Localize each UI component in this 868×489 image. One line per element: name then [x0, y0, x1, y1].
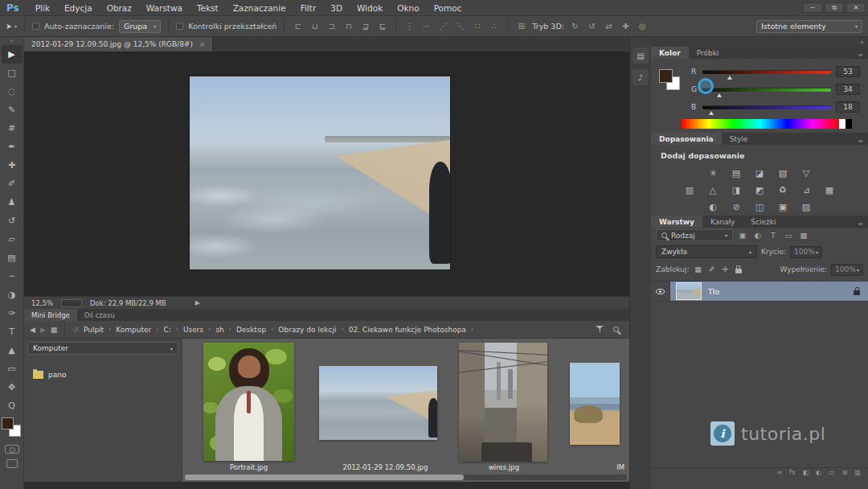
align-top-icon[interactable]: ⊓ — [342, 22, 354, 31]
healing-brush-tool-icon[interactable]: ✚ — [2, 156, 23, 175]
refresh-icon[interactable]: ↺ — [72, 326, 79, 334]
lock-all-icon[interactable] — [735, 269, 742, 273]
fill-field[interactable]: 100% ▾ — [831, 264, 863, 276]
horizontal-scrollbar[interactable] — [185, 475, 627, 480]
path-selection-tool-icon[interactable]: ▲ — [2, 341, 23, 360]
levels-icon[interactable]: ▤ — [728, 167, 744, 179]
menu-3d[interactable]: 3D — [323, 0, 350, 16]
filter-pixel-layers-icon[interactable]: ▣ — [737, 231, 748, 240]
zoom-level-field[interactable]: 12,5% — [31, 299, 53, 307]
pattern-fill-icon[interactable]: ▨ — [798, 201, 814, 213]
menu-zaznaczanie[interactable]: Zaznaczanie — [226, 0, 293, 16]
layer-selected-area[interactable]: Tło — [670, 281, 868, 301]
layer-style-icon[interactable]: fx — [789, 469, 796, 476]
type-tool-icon[interactable]: T — [2, 323, 23, 341]
opacity-field[interactable]: 100% ▾ — [790, 246, 822, 258]
slide-3d-icon[interactable]: ✚ — [620, 22, 632, 31]
filter-adjustment-layers-icon[interactable]: ◐ — [752, 231, 764, 240]
red-slider[interactable] — [702, 70, 831, 74]
white-swatch[interactable] — [839, 119, 845, 129]
quick-mask-button[interactable] — [5, 445, 19, 454]
menu-pomoc[interactable]: Pomoc — [427, 0, 469, 16]
green-slider-thumb[interactable] — [717, 93, 722, 97]
menu-okno[interactable]: Okno — [390, 0, 426, 16]
hue-saturation-icon[interactable]: ▥ — [682, 184, 698, 196]
breadcrumb-sh[interactable]: sh — [215, 326, 223, 334]
notes-panel-icon[interactable]: ♪ — [633, 69, 649, 85]
new-layer-icon[interactable]: ⊞ — [842, 469, 848, 476]
thumbnail-portrait[interactable] — [203, 343, 294, 461]
tool-preset-button[interactable]: ➤ ▾ — [6, 22, 17, 31]
brush-tool-icon[interactable]: ✐ — [2, 175, 23, 193]
tab-kanaly[interactable]: Kanały — [702, 216, 743, 228]
brightness-contrast-icon[interactable]: ✳ — [705, 167, 721, 179]
auto-align-icon[interactable]: ⊞ — [515, 22, 527, 31]
folder-item-pano[interactable]: pano — [27, 371, 178, 379]
tab-style[interactable]: Style — [722, 133, 756, 145]
filter-smart-objects-icon[interactable]: ▩ — [798, 231, 809, 240]
delete-layer-icon[interactable]: ▥ — [854, 469, 861, 476]
distribute-bottom-icon[interactable]: ⋰ — [437, 22, 449, 31]
lock-pixels-icon[interactable]: ✐ — [707, 265, 717, 273]
transform-controls-checkbox[interactable] — [176, 23, 183, 30]
layer-row-background[interactable]: Tło — [651, 281, 868, 302]
search-icon[interactable] — [613, 327, 619, 332]
distribute-right-icon[interactable]: ∴ — [488, 22, 500, 31]
menu-widok[interactable]: Widok — [350, 0, 390, 16]
align-left-icon[interactable]: ⊏ — [292, 22, 304, 31]
lock-transparency-icon[interactable]: ▦ — [694, 265, 703, 273]
filter-shape-layers-icon[interactable]: ▭ — [783, 231, 794, 240]
distribute-top-icon[interactable]: ⋮ — [403, 22, 416, 31]
close-button[interactable]: ✕ — [846, 2, 866, 13]
lock-position-icon[interactable]: ✛ — [721, 265, 731, 273]
vibrance-icon[interactable]: ▽ — [798, 167, 814, 179]
menu-plik[interactable]: Plik — [28, 0, 57, 16]
align-right-icon[interactable]: ⊐ — [326, 22, 338, 31]
panel-menu-icon[interactable]: ≡ — [858, 220, 868, 228]
restore-button[interactable]: ⧉ — [825, 2, 844, 13]
tab-timeline[interactable]: Oś czasu — [77, 309, 122, 321]
menu-filtr[interactable]: Filtr — [293, 0, 324, 16]
distribute-left-icon[interactable]: ⋱ — [454, 22, 466, 31]
eraser-tool-icon[interactable]: ▱ — [2, 230, 23, 249]
group-select[interactable]: Grupa ▾ — [119, 20, 161, 33]
document-tab[interactable]: 2012-01-29 12.09.50.jpg @ 12,5% (RGB/8#)… — [24, 37, 213, 51]
blue-slider-thumb[interactable] — [709, 111, 714, 115]
align-center-h-icon[interactable]: ⊔ — [309, 22, 321, 31]
blue-slider[interactable] — [702, 105, 831, 109]
layer-filter-select[interactable]: Rodzaj ▾ — [656, 229, 733, 241]
dodge-tool-icon[interactable]: ◑ — [2, 286, 23, 304]
menu-edycja[interactable]: Edycja — [57, 0, 100, 16]
forward-button[interactable]: ▶ — [40, 326, 46, 334]
photo-filter-icon[interactable]: ◩ — [751, 184, 768, 196]
crop-tool-icon[interactable]: # — [2, 119, 23, 138]
distribute-middle-icon[interactable]: ⋯ — [420, 22, 432, 31]
menu-obraz[interactable]: Obraz — [100, 0, 139, 16]
foreground-color-swatch[interactable] — [2, 417, 14, 429]
drag-3d-icon[interactable]: ⇄ — [603, 22, 615, 31]
collapse-panels-icon[interactable]: » — [860, 39, 864, 46]
invert-icon[interactable]: ▦ — [821, 184, 837, 196]
lasso-tool-icon[interactable]: ◌ — [2, 82, 23, 101]
red-value-field[interactable]: 53 — [836, 66, 860, 77]
rotate-3d-icon[interactable]: ↻ — [569, 22, 581, 31]
color-balance-icon[interactable]: △ — [705, 184, 721, 196]
posterize-icon[interactable]: ◐ — [705, 201, 721, 213]
marquee-tool-icon[interactable]: □ — [2, 64, 23, 82]
foreground-color-swatch[interactable] — [659, 69, 673, 83]
smudge-tool-icon[interactable]: ∽ — [2, 267, 23, 286]
channel-mixer-icon[interactable]: ♻ — [775, 184, 791, 196]
history-brush-tool-icon[interactable]: ↺ — [2, 212, 23, 230]
distribute-center-icon[interactable]: ∷ — [471, 22, 483, 31]
black-white-icon[interactable]: ◨ — [728, 184, 744, 196]
history-panel-icon[interactable]: ▤ — [633, 47, 649, 64]
breadcrumb-users[interactable]: Users — [183, 326, 203, 334]
breadcrumb-desktop[interactable]: Desktop — [236, 326, 266, 334]
layer-mask-icon[interactable]: ◧ — [803, 469, 809, 476]
move-tool-icon[interactable]: ▶ — [2, 45, 23, 64]
color-lookup-icon[interactable]: ⊿ — [798, 184, 814, 196]
filter-icon[interactable] — [596, 326, 604, 333]
visibility-cell[interactable] — [651, 281, 670, 301]
hand-tool-icon[interactable]: ✥ — [2, 378, 23, 397]
workspace-select[interactable]: Istotne elementy ▾ — [756, 20, 862, 33]
